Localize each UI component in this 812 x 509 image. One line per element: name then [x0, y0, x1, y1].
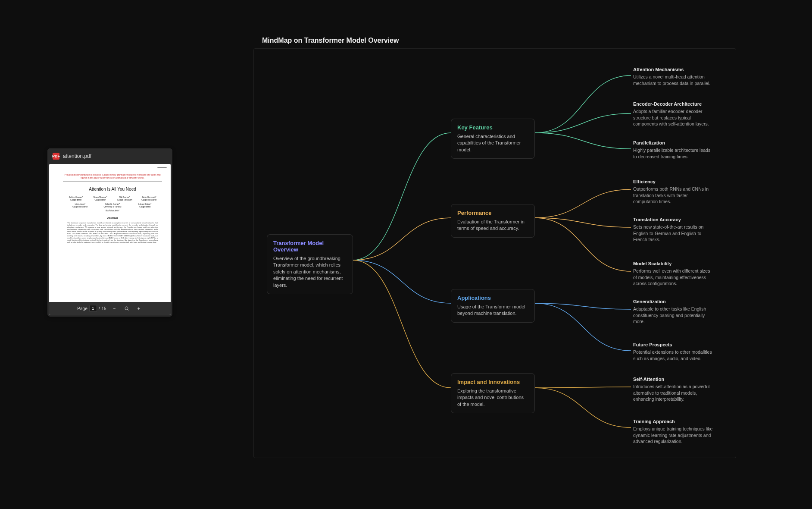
zoom-in-button[interactable]: + — [135, 305, 143, 312]
branch-key-features[interactable]: Key Features General characteristics and… — [451, 119, 535, 159]
leaf-future-prospects[interactable]: Future Prospects Potential extensions to… — [633, 342, 713, 361]
leaf-attention-mechanisms[interactable]: Attention Mechanisms Utilizes a novel mu… — [633, 67, 713, 86]
pdf-authors: Ashish Vaswani*Google Brain Noam Shazeer… — [65, 196, 160, 212]
leaf-title: Parallelization — [633, 140, 713, 145]
branch-desc: Usage of the Transformer model beyond ma… — [457, 304, 528, 317]
leaf-desc: Employs unique training techniques like … — [633, 426, 713, 445]
branch-title: Impact and Innovations — [457, 379, 528, 385]
pdf-paper-title: Attention Is All You Need — [63, 186, 162, 192]
leaf-title: Future Prospects — [633, 342, 713, 347]
leaf-title: Self-Attention — [633, 377, 713, 382]
leaf-desc: Sets new state-of-the-art results on Eng… — [633, 224, 713, 243]
leaf-training-approach[interactable]: Training Approach Employs unique trainin… — [633, 419, 713, 445]
root-title: Transformer Model Overview — [273, 240, 347, 253]
branch-title: Key Features — [457, 124, 528, 131]
leaf-translation-accuracy[interactable]: Translation Accuracy Sets new state-of-t… — [633, 217, 713, 243]
pdf-abstract-body: The dominant sequence transduction model… — [67, 222, 158, 243]
leaf-title: Translation Accuracy — [633, 217, 713, 222]
leaf-desc: Performs well even with different sizes … — [633, 268, 713, 287]
leaf-efficiency[interactable]: Efficiency Outperforms both RNNs and CNN… — [633, 179, 713, 205]
leaf-title: Training Approach — [633, 419, 713, 424]
leaf-title: Efficiency — [633, 179, 713, 184]
leaf-title: Encoder-Decoder Architecture — [633, 101, 713, 107]
pdf-body: arXiv:1706.03762v7 [cs.CL] 2 Aug 2023 Pr… — [49, 164, 171, 315]
branch-impact[interactable]: Impact and Innovations Exploring the tra… — [451, 373, 535, 413]
branch-applications[interactable]: Applications Usage of the Transformer mo… — [451, 289, 535, 323]
pdf-footer-toolbar: Page / 15 − + — [49, 302, 171, 315]
pdf-page-sep: / — [99, 306, 100, 311]
pdf-document-page[interactable]: Provided proper attribution is provided,… — [57, 168, 168, 299]
leaf-desc: Outperforms both RNNs and CNNs in transl… — [633, 186, 713, 205]
leaf-desc: Adopts a familiar encoder-decoder struct… — [633, 108, 713, 127]
leaf-desc: Potential extensions to other modalities… — [633, 349, 713, 361]
leaf-desc: Introduces self-attention as a powerful … — [633, 383, 713, 402]
pdf-header: PDF attention.pdf — [47, 148, 172, 164]
branch-title: Performance — [457, 210, 528, 216]
leaf-self-attention[interactable]: Self-Attention Introduces self-attention… — [633, 377, 713, 402]
zoom-reset-button[interactable] — [123, 305, 131, 312]
svg-point-1 — [125, 307, 128, 310]
pdf-page-total: 15 — [102, 306, 106, 311]
pdf-page-indicator: Page / 15 — [77, 305, 106, 312]
pdf-page-input[interactable] — [89, 305, 97, 312]
pdf-preview-panel: PDF attention.pdf arXiv:1706.03762v7 [cs… — [47, 148, 172, 317]
pdf-notice: Provided proper attribution is provided,… — [63, 173, 162, 179]
leaf-desc: Adaptable to other tasks like English co… — [633, 306, 713, 325]
branch-desc: General characteristics and capabilities… — [457, 133, 528, 153]
leaf-generalization[interactable]: Generalization Adaptable to other tasks … — [633, 299, 713, 325]
svg-line-2 — [128, 309, 128, 310]
branch-title: Applications — [457, 295, 528, 301]
leaf-model-scalability[interactable]: Model Scalability Performs well even wit… — [633, 261, 713, 287]
pdf-file-icon: PDF — [53, 153, 59, 160]
pdf-filename: attention.pdf — [63, 153, 91, 159]
pdf-page-label: Page — [77, 306, 87, 311]
root-desc: Overview of the groundbreaking Transform… — [273, 255, 347, 289]
branch-desc: Exploring the transformative impacts and… — [457, 388, 528, 408]
leaf-title: Generalization — [633, 299, 713, 304]
leaf-encoder-decoder[interactable]: Encoder-Decoder Architecture Adopts a fa… — [633, 101, 713, 127]
zoom-out-button[interactable]: − — [111, 305, 119, 312]
leaf-title: Attention Mechanisms — [633, 67, 713, 72]
pdf-abstract-heading: Abstract — [63, 217, 162, 220]
mindmap-canvas[interactable]: Transformer Model Overview Overview of t… — [253, 48, 736, 458]
leaf-desc: Utilizes a novel multi-head attention me… — [633, 74, 713, 86]
branch-desc: Evaluation of the Transformer in terms o… — [457, 219, 528, 232]
leaf-parallelization[interactable]: Parallelization Highly parallelizable ar… — [633, 140, 713, 160]
leaf-title: Model Scalability — [633, 261, 713, 266]
branch-performance[interactable]: Performance Evaluation of the Transforme… — [451, 204, 535, 238]
leaf-desc: Highly parallelizable architecture leads… — [633, 147, 713, 160]
mindmap-root-node[interactable]: Transformer Model Overview Overview of t… — [267, 234, 353, 294]
mindmap-heading: MindMap on Transformer Model Overview — [262, 37, 399, 44]
